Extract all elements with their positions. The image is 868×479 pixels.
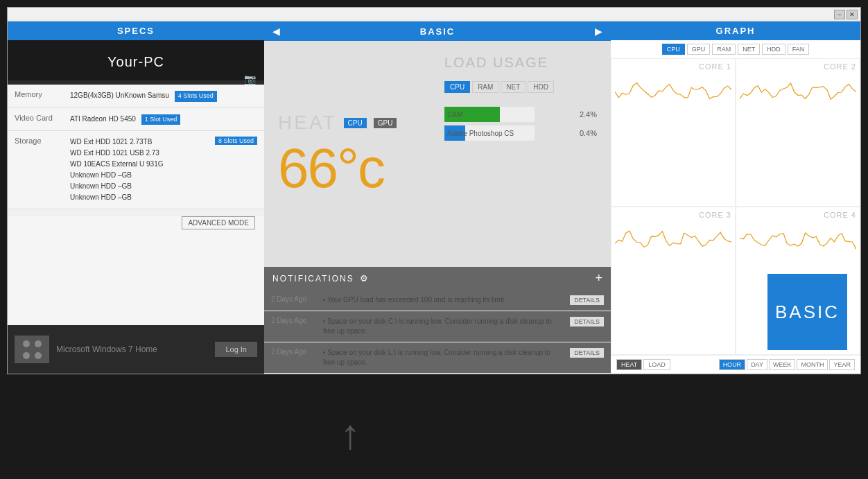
close-button[interactable]: ✕	[847, 10, 858, 19]
core-graph	[615, 74, 731, 202]
load-section: LOAD USAGE CPURAMNETHDD CAM 2.4% Adobe P…	[444, 55, 597, 253]
nav-arrow-left[interactable]: ◀	[272, 26, 280, 37]
specs-row-videocard: Video Card ATI Radeon HD 5450 1 Slot Use…	[8, 108, 264, 132]
graph-tab-gpu[interactable]: GPU	[687, 44, 711, 55]
specs-table: Memory 12GB(4x3GB) UnKnown Samsu 4 Slots…	[8, 85, 264, 325]
heat-value: 66°c	[278, 141, 444, 196]
notifications-section: NOTIFICATIONS ⚙ + 2 Days Ago • Your GPU …	[264, 267, 611, 374]
load-tab-ram[interactable]: RAM	[472, 81, 498, 93]
notification-row: 2 Days Ago • Space on your disk C:\ is r…	[264, 311, 611, 342]
os-dot-4	[35, 352, 42, 359]
title-bar: – ✕	[8, 8, 860, 21]
load-items: CAM 2.4% Adobe Photoshop CS 0.4%	[444, 107, 597, 144]
camera-icon[interactable]: 📷	[8, 73, 264, 85]
notifications-list: 2 Days Ago • Your GPU load has exceeded …	[264, 290, 611, 374]
graph-header: GRAPH	[611, 21, 860, 40]
basic-middle-panel: ◀ BASIC ▶ HEAT CPU GPU 66°c LOAD USAGE	[264, 21, 611, 374]
os-name: Microsoft Windows 7 Home	[56, 345, 215, 354]
heat-title-row: HEAT CPU GPU	[278, 112, 444, 134]
graph-mode-tab-load[interactable]: LOAD	[643, 359, 670, 370]
nav-arrow-right[interactable]: ▶	[595, 26, 602, 37]
panels-row: SPECS Your-PC 📷 Memory 12GB(4x3GB) UnKno…	[8, 21, 860, 374]
specs-value-videocard: ATI Radeon HD 5450 1 Slot Used	[70, 114, 257, 125]
notification-details-button[interactable]: DETAILS	[570, 295, 604, 305]
notification-details-button[interactable]: DETAILS	[570, 348, 604, 358]
notification-text: • Space on your disk C:\ is running low.…	[323, 317, 563, 336]
core-label: CORE 1	[615, 62, 731, 71]
core-label: CORE 3	[615, 211, 731, 219]
storage-item: WD Ext HDD 1021 USB 2.73	[70, 148, 211, 158]
core-label: CORE 2	[740, 62, 856, 71]
graph-time-tabs: HOURDAYWEEKMONTHYEAR	[719, 359, 855, 370]
storage-item: Unknown HDD –GB	[70, 181, 211, 191]
specs-value-memory: 12GB(4x3GB) UnKnown Samsu 4 Slots Used	[70, 90, 257, 102]
load-title: LOAD USAGE	[444, 55, 597, 71]
login-button[interactable]: Log In	[215, 342, 257, 357]
load-bar: CAM	[444, 107, 535, 122]
graph-tab-hdd[interactable]: HDD	[762, 44, 785, 55]
notifications-add-button[interactable]: +	[595, 271, 602, 286]
load-tab-net[interactable]: NET	[501, 81, 526, 93]
load-bar: Adobe Photoshop CS	[444, 125, 535, 141]
notifications-title: NOTIFICATIONS ⚙	[272, 273, 370, 284]
notification-row: 2 Days Ago • Your GPU load has exceeded …	[264, 290, 611, 311]
notification-text: • Your GPU load has exceeded 100 and is …	[323, 295, 563, 305]
specs-label-videocard: Video Card	[15, 114, 70, 122]
storage-item: Unknown HDD –GB	[70, 170, 211, 180]
core-cell-3: CORE 3	[611, 207, 736, 355]
core-cell-1: CORE 1	[611, 58, 736, 207]
load-tabs: CPURAMNETHDD	[444, 81, 597, 93]
graph-mode-tabs: HEATLOAD	[616, 359, 670, 370]
graph-time-tab-week[interactable]: WEEK	[769, 359, 796, 370]
heat-label: HEAT	[278, 112, 337, 134]
notification-time: 2 Days Ago	[271, 317, 316, 336]
core-label: CORE 4	[740, 211, 856, 219]
load-tab-hdd[interactable]: HDD	[528, 81, 554, 93]
notification-time: 2 Days Ago	[271, 348, 316, 367]
graph-time-tab-day[interactable]: DAY	[747, 359, 767, 370]
load-item: CAM 2.4%	[444, 107, 597, 122]
load-item: Adobe Photoshop CS 0.4%	[444, 125, 597, 141]
heat-cpu-badge[interactable]: CPU	[344, 118, 367, 128]
graph-time-tab-year[interactable]: YEAR	[829, 359, 855, 370]
core-graph	[740, 74, 856, 202]
basic-header-title: BASIC	[280, 26, 595, 37]
basic-button-label: BASIC	[775, 302, 840, 323]
specs-value-storage: WD Ext HDD 1021 2.73TBWD Ext HDD 1021 US…	[70, 137, 211, 203]
graph-tab-net[interactable]: NET	[738, 44, 760, 55]
load-item-percent: 0.4%	[573, 129, 597, 137]
minimize-button[interactable]: –	[834, 10, 845, 19]
os-icon	[15, 336, 49, 363]
core-waveform	[740, 223, 856, 257]
scroll-up-arrow[interactable]: ↑	[340, 410, 361, 458]
gear-icon[interactable]: ⚙	[360, 273, 370, 284]
specs-row-memory: Memory 12GB(4x3GB) UnKnown Samsu 4 Slots…	[8, 85, 264, 108]
heat-section: HEAT CPU GPU 66°c	[278, 55, 444, 253]
graph-tab-ram[interactable]: RAM	[712, 44, 736, 55]
graph-tab-fan[interactable]: FAN	[788, 44, 810, 55]
notification-details-button[interactable]: DETAILS	[570, 317, 604, 326]
core-waveform	[615, 74, 731, 109]
storage-badge: 8 Slots Used	[215, 137, 257, 145]
specs-panel: SPECS Your-PC 📷 Memory 12GB(4x3GB) UnKno…	[8, 21, 264, 374]
advanced-mode-button[interactable]: ADVANCED MODE	[182, 216, 255, 229]
graph-tab-cpu[interactable]: CPU	[662, 44, 685, 55]
notification-row: 2 Days Ago • Space on your disk L:\ is r…	[264, 342, 611, 374]
load-tab-cpu[interactable]: CPU	[444, 81, 470, 93]
heat-gpu-badge[interactable]: GPU	[374, 118, 397, 128]
basic-button-panel[interactable]: BASIC	[767, 274, 847, 350]
core-waveform	[615, 223, 731, 257]
graph-time-tab-month[interactable]: MONTH	[797, 359, 828, 370]
notification-time: 2 Days Ago	[271, 295, 316, 305]
specs-header: SPECS	[8, 21, 264, 40]
graph-time-tab-hour[interactable]: HOUR	[719, 359, 746, 370]
memory-badge: 4 Slots Used	[175, 91, 217, 102]
graph-footer: HEATLOAD HOURDAYWEEKMONTHYEAR	[611, 355, 860, 374]
load-item-name: CAM	[444, 111, 535, 119]
core-graph	[615, 223, 731, 351]
load-item-name: Adobe Photoshop CS	[444, 130, 535, 137]
notifications-header: NOTIFICATIONS ⚙ +	[264, 267, 611, 290]
graph-mode-tab-heat[interactable]: HEAT	[616, 359, 642, 370]
storage-item: Unknown HDD –GB	[70, 192, 211, 202]
specs-label-storage: Storage	[15, 137, 70, 145]
